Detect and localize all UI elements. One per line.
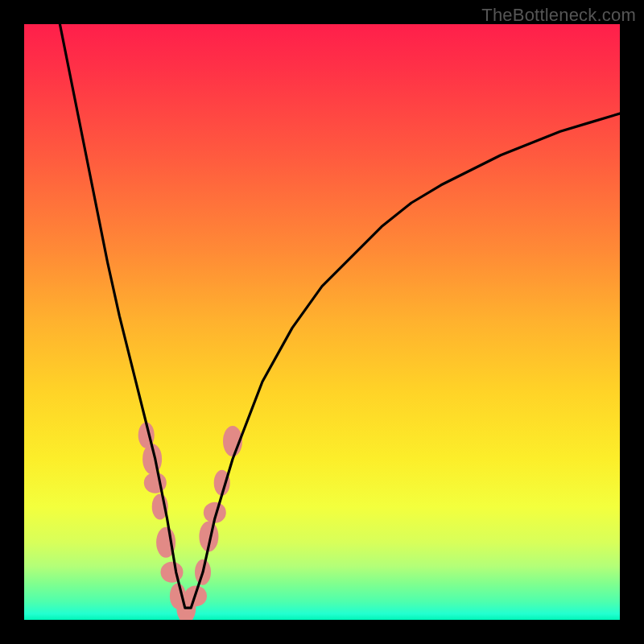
bottleneck-curve: [60, 24, 620, 608]
watermark: TheBottleneck.com: [481, 5, 636, 26]
marker-blob: [144, 473, 167, 493]
frame: TheBottleneck.com: [0, 0, 644, 644]
marker-blob: [161, 562, 184, 583]
plot-area: [24, 24, 620, 620]
curve-layer: [24, 24, 620, 620]
